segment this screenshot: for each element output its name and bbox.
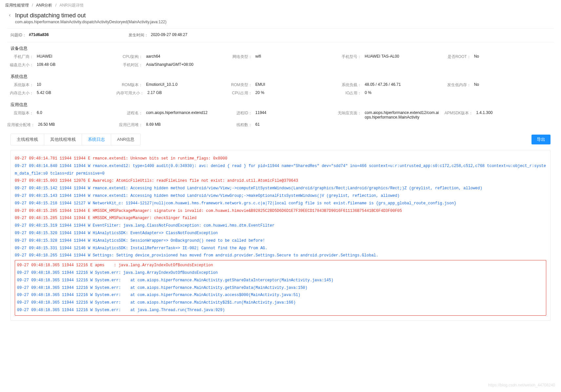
info-label: 手机时区： <box>116 62 143 68</box>
tabs: 主线程堆栈其他线程堆栈系统日志ANR信息 <box>10 134 141 145</box>
info-value: wifi <box>255 54 261 60</box>
breadcrumb: 应用性能管理 / ANR分析 / ANR问题详情 <box>4 0 557 11</box>
log-line: 09-27 09:48:14.840 11944 11944 W rmance.… <box>15 162 546 177</box>
info-value: com.aiops.hiperformance.extend12/com.aio… <box>365 110 439 120</box>
info-label: 应用已用堆： <box>116 122 143 128</box>
log-line: 09-27 09:48:15.285 11944 11944 E HMSSDK_… <box>15 207 546 215</box>
info-label: 内存可用大小： <box>116 90 144 96</box>
device-grid: 手机厂商：HUAWEICPU架构：aarch64网络类型：wifi手机型号：HU… <box>4 53 557 70</box>
info-value: EMUI <box>255 82 265 88</box>
info-label: 内存总大小： <box>7 90 33 96</box>
info-label: 手机厂商： <box>7 54 33 60</box>
info-label: 磁盘总大小： <box>7 62 33 68</box>
log-line: 09-27 09:48:15.143 11944 11944 W rmance.… <box>15 192 546 200</box>
tab-1[interactable]: 其他线程堆栈 <box>44 134 82 145</box>
info-value: 48.05 / 47.26 / 46.71 <box>365 82 401 88</box>
info-value: 61 <box>255 122 260 128</box>
issue-id-value: #71d6a836 <box>29 32 49 38</box>
breadcrumb-l3: ANR问题详情 <box>59 3 83 8</box>
info-label: 手机型号： <box>335 54 361 60</box>
info-value: 2.17 GB <box>147 90 162 96</box>
tab-0[interactable]: 主线程堆栈 <box>11 134 44 145</box>
breadcrumb-l2[interactable]: ANR分析 <box>36 3 52 8</box>
info-label: 系统负载： <box>335 82 361 88</box>
log-line: 09-27 09:48:15.285 11944 11944 E HMSSDK_… <box>15 215 546 222</box>
log-panel: 09-27 09:48:14.781 11944 11944 E rmance.… <box>10 150 551 321</box>
info-value: 1.4.1.300 <box>476 110 492 120</box>
info-label: 线程数： <box>226 122 252 128</box>
info-label: ROM类型： <box>226 82 252 88</box>
app-grid: 应用版本：6.0进程名：com.aiops.hiperformance.exte… <box>4 109 557 130</box>
info-value: EmotionUI_10.1.0 <box>146 82 177 88</box>
info-label: 应用被分配堆： <box>7 122 35 128</box>
info-label: 应用版本： <box>7 110 33 120</box>
log-line: 09-27 09:48:18.365 11944 12216 W System.… <box>17 299 544 307</box>
log-line: 09-27 09:48:15.328 11944 11944 W HiAnaly… <box>15 237 546 245</box>
occur-time-label: 发生时间： <box>129 32 148 38</box>
back-icon[interactable]: ‹ <box>7 12 12 18</box>
info-value: 109.48 GB <box>37 62 55 68</box>
log-line: 09-27 09:48:14.781 11944 11944 E rmance.… <box>15 155 546 162</box>
info-value: No <box>474 82 479 88</box>
info-value: 0 % <box>365 90 371 96</box>
info-value: No <box>474 54 479 60</box>
info-value: 8.69 MB <box>146 122 161 128</box>
info-value: aarch64 <box>146 54 160 60</box>
info-value: HUAWEI TAS-AL00 <box>365 54 399 60</box>
log-line: 09-27 09:48:18.365 11944 12216 W System.… <box>17 277 544 284</box>
page-title: Input dispatching timed out <box>15 12 167 19</box>
info-label: CPU占用： <box>226 90 252 96</box>
info-label: APMSDK版本： <box>445 110 473 120</box>
info-value: 5.42 GB <box>37 90 51 96</box>
issue-id-label: 问题ID： <box>10 32 26 38</box>
info-label: 进程ID： <box>226 110 252 120</box>
info-value: com.aiops.hiperformance.extend12 <box>146 110 207 120</box>
log-line: 09-27 09:48:18.265 11944 11944 W Setting… <box>15 252 546 259</box>
app-section-title: 应用信息 <box>4 99 557 109</box>
log-line: 09-27 09:48:15.142 11944 11944 W rmance.… <box>15 185 546 192</box>
log-line: 09-27 09:48:15.320 11944 11944 W HiAnaly… <box>15 230 546 237</box>
info-label: CPU架构： <box>116 54 143 60</box>
log-line: 09-27 09:48:18.365 11944 12216 E apms : … <box>17 262 544 269</box>
occur-time-value: 2020-09-27 09:48:27 <box>151 32 187 38</box>
log-line: 09-27 09:48:18.365 11944 12216 W System.… <box>17 307 544 314</box>
info-value: 20 % <box>255 90 264 96</box>
info-value: 10 <box>37 82 41 88</box>
info-value: 11944 <box>255 110 266 120</box>
breadcrumb-l1[interactable]: 应用性能管理 <box>5 3 29 8</box>
log-line: 09-27 09:48:15.319 11944 11944 W EventFi… <box>15 222 546 230</box>
info-label: 发生低内存： <box>445 82 471 88</box>
info-label: 进程名： <box>116 110 143 120</box>
info-value: Asia/Shanghai/GMT+08:00 <box>146 62 193 68</box>
info-label: ROM版本： <box>116 82 143 88</box>
info-value: 26.50 MB <box>38 122 55 128</box>
log-line: 09-27 09:48:18.365 11944 12216 W System.… <box>17 291 544 299</box>
info-label: 无响应页面： <box>335 110 361 120</box>
info-value: 6.0 <box>37 110 42 120</box>
log-line: 09-27 09:48:18.365 11944 12216 W System.… <box>17 269 544 277</box>
info-label: 网络类型： <box>226 54 252 60</box>
page-subtitle: com.aiops.hiperformance.MainActivity.dis… <box>15 20 167 24</box>
info-label: 是否ROOT： <box>445 54 471 60</box>
info-label: 系统版本： <box>7 82 33 88</box>
device-section-title: 设备信息 <box>4 42 557 53</box>
info-label: IO占用： <box>335 90 361 96</box>
info-value: HUAWEI <box>37 54 52 60</box>
log-line: 09-27 09:48:15.331 11944 12146 W HiAnaly… <box>15 245 546 252</box>
export-button[interactable]: 导出 <box>531 135 551 144</box>
log-line: 09-27 09:48:15.003 11944 12076 E AwareLo… <box>15 177 546 185</box>
system-grid: 系统版本：10ROM版本：EmotionUI_10.1.0ROM类型：EMUI系… <box>4 81 557 99</box>
system-section-title: 系统信息 <box>4 70 557 81</box>
tab-3[interactable]: ANR信息 <box>111 134 140 145</box>
tab-2[interactable]: 系统日志 <box>82 134 111 145</box>
log-line: 09-27 09:48:15.218 11944 12127 W Network… <box>15 200 546 207</box>
log-line: 09-27 09:48:18.365 11944 12216 W System.… <box>17 284 544 292</box>
